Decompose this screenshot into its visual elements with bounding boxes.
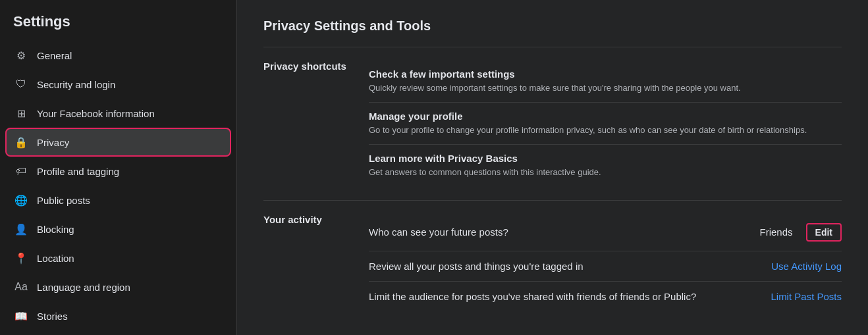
activity-row-left: Limit the audience for posts you've shar… xyxy=(369,291,757,302)
blocking-icon: 👤 xyxy=(13,221,29,237)
activity-row-left: Review all your posts and things you're … xyxy=(369,261,758,272)
edit-button[interactable]: Edit xyxy=(806,223,842,242)
privacy-shortcut-row-0: Check a few important settingsQuickly re… xyxy=(369,61,842,103)
row-desc: Quickly review some important settings t… xyxy=(369,82,842,94)
main-content: Privacy Settings and Tools Privacy short… xyxy=(237,0,868,335)
location-icon: 📍 xyxy=(13,250,29,266)
activity-row-0: Who can see your future posts?FriendsEdi… xyxy=(369,214,842,251)
section-privacy-shortcuts: Privacy shortcutsCheck a few important s… xyxy=(263,47,842,200)
sidebar-item-label: Security and login xyxy=(37,79,115,90)
sidebar-item-label: Privacy xyxy=(37,137,69,148)
row-title: Manage your profile xyxy=(369,111,842,122)
row-title: Learn more with Privacy Basics xyxy=(369,153,842,164)
sidebar-item-label: Blocking xyxy=(37,224,74,235)
activity-row-title: Limit the audience for posts you've shar… xyxy=(369,291,757,302)
sidebar-item-language-region[interactable]: AaLanguage and region xyxy=(5,272,231,301)
sidebar-item-label: Your Facebook information xyxy=(37,108,155,119)
sidebar-item-label: Stories xyxy=(37,311,68,322)
language-region-icon: Aa xyxy=(13,279,29,295)
section-content-privacy-shortcuts: Check a few important settingsQuickly re… xyxy=(369,61,842,187)
facebook-info-icon: ⊞ xyxy=(13,105,29,121)
sidebar-item-facebook-info[interactable]: ⊞Your Facebook information xyxy=(5,99,231,128)
sidebar-item-location[interactable]: 📍Location xyxy=(5,244,231,272)
sidebar-item-label: Location xyxy=(37,253,74,264)
sidebar-item-general[interactable]: ⚙General xyxy=(5,41,231,70)
sidebar-item-label: Language and region xyxy=(37,282,130,293)
row-desc: Get answers to common questions with thi… xyxy=(369,167,842,178)
link-button[interactable]: Use Activity Log xyxy=(771,261,842,272)
link-button[interactable]: Limit Past Posts xyxy=(771,291,842,302)
activity-row-left: Who can see your future posts? xyxy=(369,226,747,238)
public-posts-icon: 🌐 xyxy=(13,192,29,208)
profile-tagging-icon: 🏷 xyxy=(13,163,29,179)
general-icon: ⚙ xyxy=(13,47,29,63)
sidebar: Settings ⚙General🛡Security and login⊞You… xyxy=(0,0,237,335)
sidebar-item-profile-tagging[interactable]: 🏷Profile and tagging xyxy=(5,157,231,186)
sidebar-item-stories[interactable]: 📖Stories xyxy=(5,301,231,330)
privacy-shortcut-row-1: Manage your profileGo to your profile to… xyxy=(369,103,842,145)
activity-value: Friends xyxy=(760,226,793,238)
section-label-your-activity: Your activity xyxy=(263,214,369,311)
activity-row-title: Review all your posts and things you're … xyxy=(369,261,758,272)
stories-icon: 📖 xyxy=(13,308,29,324)
row-title: Check a few important settings xyxy=(369,68,842,80)
activity-row-1: Review all your posts and things you're … xyxy=(369,251,842,282)
sidebar-item-label: Profile and tagging xyxy=(37,166,119,177)
activity-row-right: FriendsEdit xyxy=(760,223,842,242)
privacy-icon: 🔒 xyxy=(13,134,29,150)
sidebar-item-privacy[interactable]: 🔒Privacy xyxy=(5,128,231,157)
sidebar-item-blocking[interactable]: 👤Blocking xyxy=(5,215,231,244)
activity-row-right: Use Activity Log xyxy=(771,261,842,272)
section-your-activity: Your activityWho can see your future pos… xyxy=(263,200,842,324)
sidebar-title: Settings xyxy=(5,11,231,41)
sidebar-item-public-posts[interactable]: 🌐Public posts xyxy=(5,186,231,215)
security-icon: 🛡 xyxy=(13,76,29,92)
sidebar-item-label: Public posts xyxy=(37,195,90,206)
sidebar-item-label: General xyxy=(37,50,72,61)
sidebar-item-security[interactable]: 🛡Security and login xyxy=(5,70,231,99)
page-title: Privacy Settings and Tools xyxy=(263,18,842,34)
section-label-privacy-shortcuts: Privacy shortcuts xyxy=(263,61,369,187)
section-content-your-activity: Who can see your future posts?FriendsEdi… xyxy=(369,214,842,311)
activity-row-2: Limit the audience for posts you've shar… xyxy=(369,282,842,311)
activity-row-title: Who can see your future posts? xyxy=(369,226,747,238)
row-desc: Go to your profile to change your profil… xyxy=(369,124,842,136)
activity-row-right: Limit Past Posts xyxy=(771,291,842,302)
privacy-shortcut-row-2: Learn more with Privacy BasicsGet answer… xyxy=(369,145,842,186)
